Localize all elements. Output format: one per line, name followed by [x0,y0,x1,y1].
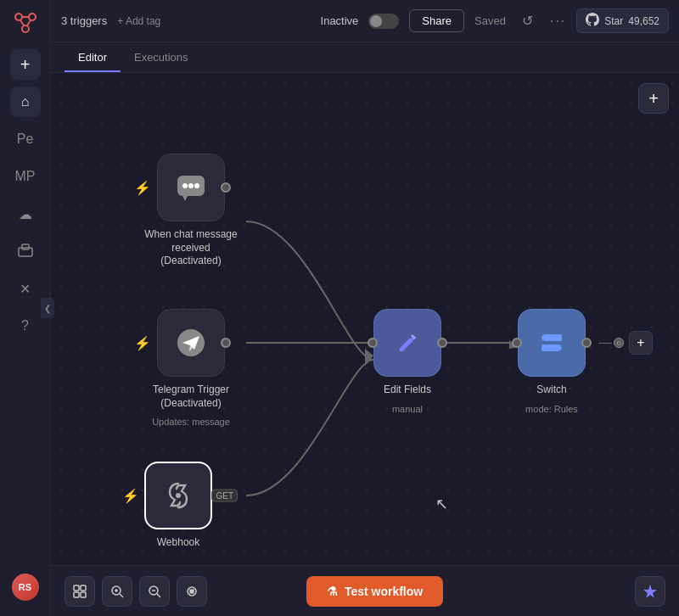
github-icon [586,13,599,29]
add-tag-button[interactable]: + Add tag [117,15,160,27]
svg-line-4 [20,20,24,25]
zoom-in-button[interactable] [102,576,132,607]
star-label: Star [604,15,623,27]
more-options-button[interactable]: ··· [550,14,566,29]
webhook-node-box[interactable]: ⚡ GET [144,462,212,529]
svg-rect-20 [542,344,560,351]
tabbar: Editor Executions [51,42,679,73]
svg-line-31 [157,594,160,597]
sidebar-item-integrations[interactable]: ✕ [10,273,41,304]
switch-node-box[interactable]: 0 + [518,309,586,377]
cursor: ↖ [435,495,448,513]
edit-fields-node-label: Edit Fields [384,384,431,397]
sidebar-item-help[interactable]: ? [10,311,41,341]
zoom-out-button[interactable] [139,576,170,607]
chat-right-connector[interactable] [221,182,231,193]
switch-node-label: Switch [536,384,566,397]
telegram-trigger-icon: ⚡ [134,335,151,351]
telegram-node[interactable]: ⚡ Telegram Trigger (Deactivated) Updates… [144,309,238,427]
sidebar-item-person[interactable]: Pe [10,124,41,154]
chat-trigger-icon: ⚡ [134,180,151,196]
svg-point-13 [194,183,199,188]
edit-fields-right-connector[interactable] [437,338,447,348]
webhook-node[interactable]: ⚡ GET Webhook [144,462,212,550]
inactive-label: Inactive [321,14,359,27]
active-toggle[interactable] [368,14,399,29]
edit-fields-node-sublabel: manual [392,404,423,414]
triggers-count: 3 triggers [61,14,107,27]
mp-label: MP [15,169,36,184]
sidebar-item-cloud[interactable]: ☁ [10,199,41,229]
svg-point-12 [188,183,194,188]
webhook-get-badge: GET [211,490,238,502]
bottom-toolbar: ⚗ Test workflow [51,565,679,616]
svg-rect-25 [81,592,86,597]
main-area: 3 triggers + Add tag Inactive Share Save… [51,0,679,616]
history-button[interactable]: ↺ [516,9,540,33]
header: 3 triggers + Add tag Inactive Share Save… [51,0,679,42]
telegram-node-box[interactable]: ⚡ [157,309,225,377]
svg-rect-22 [74,585,79,591]
edit-fields-node[interactable]: Edit Fields manual [373,309,441,414]
svg-point-0 [15,14,22,20]
svg-point-11 [182,183,188,188]
switch-right-connector[interactable] [581,338,592,348]
sidebar-item-team[interactable] [10,236,41,266]
switch-node-sublabel: mode: Rules [525,404,578,414]
avatar[interactable]: RS [12,574,39,601]
tab-executions[interactable]: Executions [121,44,202,72]
svg-point-16 [176,493,181,498]
toggle-knob [370,15,382,27]
svg-marker-19 [542,334,543,341]
fit-view-button[interactable] [65,576,95,607]
svg-rect-7 [22,244,29,249]
sidebar-item-home[interactable]: ⌂ [10,87,41,117]
test-workflow-label: Test workflow [345,585,423,598]
add-workflow-button[interactable]: + [10,49,41,80]
test-workflow-button[interactable]: ⚗ Test workflow [306,576,443,607]
debug-button[interactable] [177,576,207,607]
webhook-node-label: Webhook [157,536,199,550]
svg-point-2 [22,25,29,32]
switch-left-connector[interactable] [512,338,522,348]
telegram-node-label: Telegram Trigger (Deactivated) [144,384,238,410]
workflow-canvas[interactable]: + ⚡ When chat message received (Deactiva… [51,73,679,565]
assistant-button[interactable] [635,576,665,607]
chat-node-label: When chat message received (Deactivated) [144,228,238,268]
sidebar-item-mp[interactable]: MP [10,161,41,192]
edit-fields-node-box[interactable] [373,309,441,377]
svg-marker-14 [182,196,188,201]
canvas-add-node-button[interactable]: + [638,83,669,114]
webhook-trigger-icon: ⚡ [122,488,139,504]
svg-line-5 [27,20,31,25]
chat-node-box[interactable]: ⚡ [157,154,225,221]
star-button[interactable]: Star 49,652 [576,8,669,33]
tab-editor[interactable]: Editor [65,44,121,72]
svg-rect-18 [543,334,562,341]
share-button[interactable]: Share [409,9,464,32]
svg-rect-23 [81,585,86,591]
switch-node[interactable]: 0 + Switch mode: Rules [518,309,586,414]
telegram-right-connector[interactable] [221,338,231,348]
svg-point-34 [190,590,194,593]
edit-fields-left-connector[interactable] [368,338,378,348]
flask-icon: ⚗ [327,585,338,598]
telegram-node-sublabel: Updates: message [152,417,230,427]
svg-line-27 [120,594,123,597]
star-count: 49,652 [628,15,659,27]
logo[interactable] [10,8,41,39]
svg-marker-21 [560,344,562,351]
person-label: Pe [17,132,34,147]
svg-marker-8 [365,349,373,366]
chat-node[interactable]: ⚡ When chat message received (Deactivate… [144,154,238,268]
svg-point-1 [29,14,36,20]
svg-rect-24 [74,592,79,597]
switch-add-output-button[interactable]: + [629,331,653,355]
sidebar-collapse-button[interactable]: ❮ [41,298,54,318]
saved-status: Saved [474,14,506,27]
